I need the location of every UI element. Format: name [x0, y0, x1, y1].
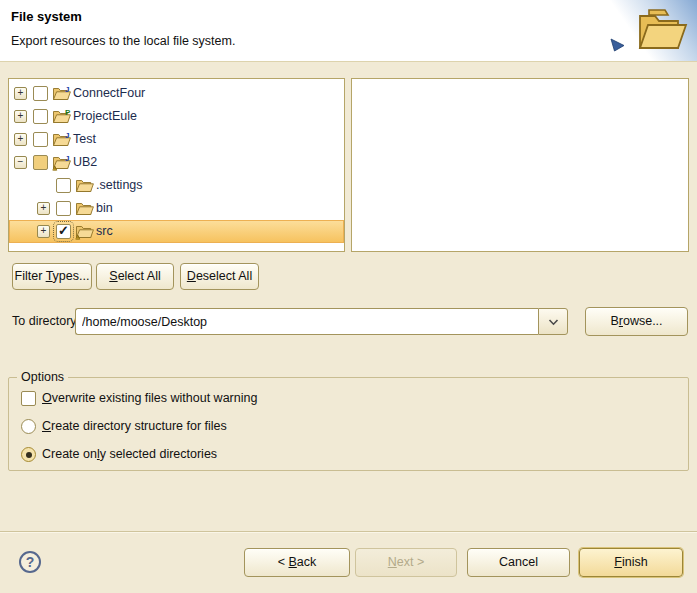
- footer-divider: [0, 531, 697, 533]
- wizard-header: File system Export resources to the loca…: [0, 0, 697, 62]
- tree-row[interactable]: −JUB2: [9, 151, 344, 174]
- tree-row[interactable]: +bin: [9, 197, 344, 220]
- svg-text:J: J: [65, 85, 69, 94]
- collapse-toggle-icon[interactable]: −: [14, 156, 27, 169]
- tree-rows: +JConnectFour+PProjectEule+JTest−JUB2.se…: [9, 82, 344, 243]
- tree-item-label: Test: [73, 132, 96, 146]
- chevron-down-icon: [548, 319, 559, 326]
- directory-dropdown-button[interactable]: [538, 308, 568, 335]
- page-description: Export resources to the local file syste…: [11, 34, 235, 48]
- tree-item-checkbox[interactable]: [33, 155, 48, 170]
- tree-item-label: ConnectFour: [73, 86, 145, 100]
- project-folder-icon: J: [52, 85, 71, 102]
- resource-tree-panel: +JConnectFour+PProjectEule+JTest−JUB2.se…: [8, 78, 345, 252]
- tree-item-label: UB2: [73, 155, 97, 169]
- expand-toggle-icon[interactable]: +: [37, 225, 50, 238]
- back-button[interactable]: < Back: [244, 548, 350, 577]
- project-folder-icon: J: [52, 131, 71, 148]
- tree-item-checkbox[interactable]: [56, 201, 71, 216]
- create-selected-directories-radio[interactable]: [21, 447, 36, 462]
- filter-types-button[interactable]: Filter Types...: [12, 263, 92, 290]
- folder-icon: [75, 200, 94, 217]
- browse-button[interactable]: Browse...: [585, 307, 688, 336]
- tree-item-label: src: [96, 224, 113, 238]
- svg-text:P: P: [65, 108, 71, 117]
- tree-item-checkbox[interactable]: [56, 224, 71, 239]
- expand-toggle-icon[interactable]: +: [14, 110, 27, 123]
- project-folder-icon: P: [52, 108, 71, 125]
- next-button: Next >: [355, 548, 457, 577]
- to-directory-label: To directory:: [12, 314, 80, 328]
- folder-icon: [75, 177, 94, 194]
- tree-row[interactable]: .settings: [9, 174, 344, 197]
- tree-item-label: bin: [96, 201, 113, 215]
- expand-toggle-icon[interactable]: +: [14, 87, 27, 100]
- overwrite-checkbox[interactable]: [21, 391, 36, 406]
- options-group: Options Overwrite existing files without…: [8, 377, 689, 471]
- tree-row[interactable]: +PProjectEule: [9, 105, 344, 128]
- tree-item-checkbox[interactable]: [33, 132, 48, 147]
- create-directory-structure-radio[interactable]: [21, 419, 36, 434]
- tree-item-checkbox[interactable]: [56, 178, 71, 193]
- svg-text:J: J: [65, 131, 69, 140]
- overwrite-label[interactable]: Overwrite existing files without warning: [42, 391, 257, 405]
- project-folder-icon: J: [52, 154, 71, 171]
- export-folder-icon: [605, 0, 697, 61]
- tree-item-checkbox[interactable]: [33, 86, 48, 101]
- tree-item-label: ProjectEule: [73, 109, 137, 123]
- help-button[interactable]: ?: [19, 551, 41, 573]
- tree-item-label: .settings: [96, 178, 143, 192]
- export-wizard-dialog: File system Export resources to the loca…: [0, 0, 697, 593]
- options-legend: Options: [17, 370, 68, 384]
- expand-toggle-icon[interactable]: +: [14, 133, 27, 146]
- cancel-button[interactable]: Cancel: [467, 548, 570, 577]
- page-title: File system: [11, 9, 82, 24]
- tree-item-checkbox[interactable]: [33, 109, 48, 124]
- finish-button[interactable]: Finish: [579, 548, 683, 577]
- svg-text:J: J: [65, 154, 69, 163]
- file-list-panel[interactable]: [351, 78, 689, 252]
- tree-row[interactable]: +src: [9, 220, 344, 243]
- create-selected-directories-label[interactable]: Create only selected directories: [42, 447, 217, 461]
- expand-toggle-icon[interactable]: +: [37, 202, 50, 215]
- create-directory-structure-label[interactable]: Create directory structure for files: [42, 419, 227, 433]
- directory-input[interactable]: [75, 308, 538, 335]
- tree-row[interactable]: +JTest: [9, 128, 344, 151]
- select-all-button[interactable]: Select All: [96, 263, 174, 290]
- deselect-all-button[interactable]: Deselect All: [180, 263, 259, 290]
- folder-icon: [75, 223, 94, 240]
- tree-row[interactable]: +JConnectFour: [9, 82, 344, 105]
